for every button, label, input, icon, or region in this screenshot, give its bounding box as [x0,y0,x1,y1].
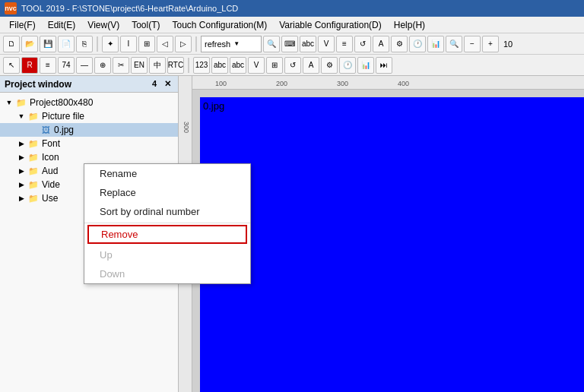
icon-folder-icon: 📁 [27,152,40,163]
tree-picture-folder[interactable]: ▼ 📁 Picture file [0,109,178,123]
tree-vide-label: Vide [42,179,60,190]
toolbar2-btn-gear[interactable]: ⚙ [321,57,338,74]
ruler-top: 100 200 300 400 [192,76,584,90]
ctx-up: Up [84,245,250,264]
tree-picture-label: Picture file [42,111,84,122]
ctx-sort[interactable]: Sort by ordinal number [84,202,250,221]
tree-file-0jpg[interactable]: 🖼 0.jpg [0,123,178,137]
toolbar-btn-16[interactable]: A [373,36,389,52]
toolbar-btn-7[interactable]: I [120,36,137,52]
toolbar-btn-zoom-in[interactable]: 🔍 [446,36,462,52]
ruler-mark-300: 300 [337,80,348,87]
aud-expand[interactable]: ▶ [15,165,27,177]
use-expand[interactable]: ▶ [15,192,27,204]
picture-expand[interactable]: ▼ [15,110,27,122]
zoom-level: 10 [500,40,516,49]
ctx-rename[interactable]: Rename [84,164,250,183]
toolbar2-btn-123[interactable]: 123 [193,57,210,74]
toolbar2-btn-2[interactable]: R [21,57,38,74]
toolbar2-btn-loop[interactable]: ↺ [284,57,301,74]
toolbar-btn-15[interactable]: ↺ [354,36,371,52]
separator-1 [97,36,98,52]
canvas-content[interactable]: 0.jpg [192,90,584,392]
toolbar2-btn-table[interactable]: ⊞ [266,57,283,74]
toolbar2-btn-chart[interactable]: 📊 [357,57,374,74]
toolbar-btn-13[interactable]: V [318,36,335,52]
toolbar-btn-14[interactable]: ≡ [336,36,353,52]
close-icon[interactable]: ✕ [162,78,173,90]
file-icon-0jpg: 🖼 [40,125,52,135]
toolbar-btn-5[interactable]: ⎘ [76,36,93,52]
use-folder-icon: 📁 [27,193,40,204]
pin-icon[interactable]: 4 [150,78,159,90]
canvas-filename: 0.jpg [203,100,224,112]
icon-expand[interactable]: ▶ [15,151,27,163]
toolbar2-btn-a2[interactable]: A [303,57,319,74]
toolbar-btn-18[interactable]: 🕐 [409,36,426,52]
title-bar: nvc TOOL 2019 - F:\STONE\project\6-Heart… [0,0,584,17]
refresh-dropdown[interactable]: refresh ▼ [201,36,262,52]
menu-variable[interactable]: Variable Configuration(D) [273,18,388,32]
toolbar-btn-search[interactable]: 🔍 [263,36,280,52]
project-panel-header: Project window 4 ✕ [0,76,178,93]
toolbar2-btn-abc2[interactable]: abc [230,57,246,74]
toolbar2-btn-6[interactable]: ⊕ [94,57,111,74]
menu-tool[interactable]: Tool(T) [125,18,166,32]
menu-edit[interactable]: Edit(E) [42,18,82,32]
separator-2 [195,36,197,52]
tree-aud-label: Aud [42,166,58,176]
tree-icon-folder[interactable]: ▶ 📁 Icon [0,150,178,164]
toolbar2-btn-v[interactable]: V [248,57,265,74]
toolbar2-btn-clock[interactable]: 🕐 [339,57,356,74]
toolbar-2: ↖ R ≡ 74 — ⊕ ✂ EN 中 RTC 123 abc abc V ⊞ … [0,55,584,76]
menu-file[interactable]: File(F) [3,18,42,32]
tree-use-label: Use [42,193,58,204]
toolbar2-btn-abc[interactable]: abc [211,57,228,74]
ctx-remove[interactable]: Remove [87,225,247,244]
tree-font-label: Font [42,138,60,149]
title-text: TOOL 2019 - F:\STONE\project\6-HeartRate… [21,4,238,13]
ruler-mark-400: 400 [398,80,409,87]
toolbar-btn-save[interactable]: 💾 [40,36,56,52]
toolbar2-btn-4[interactable]: 74 [58,57,75,74]
toolbar-btn-save2[interactable]: 📄 [58,36,75,52]
menu-bar: File(F) Edit(E) View(V) Tool(T) Touch Co… [0,17,584,33]
toolbar-btn-open[interactable]: 📂 [21,36,38,52]
toolbar2-btn-1[interactable]: ↖ [3,57,20,74]
tree-root-label: Project800x480 [30,97,93,108]
toolbar-btn-11[interactable]: ⌨ [281,36,298,52]
toolbar-btn-6[interactable]: ✦ [102,36,119,52]
context-menu: Rename Replace Sort by ordinal number Re… [84,163,251,284]
menu-view[interactable]: View(V) [81,18,125,32]
toolbar2-btn-7[interactable]: ✂ [113,57,129,74]
ruler-mark-200: 200 [276,80,287,87]
toolbar2-btn-en[interactable]: EN [131,57,148,74]
toolbar2-btn-rtc[interactable]: RTC [167,57,184,74]
ruler-mark-v-300: 300 [182,122,190,133]
toolbar-btn-19[interactable]: 📊 [427,36,444,52]
toolbar-btn-17[interactable]: ⚙ [391,36,408,52]
menu-touch[interactable]: Touch Configuration(M) [167,18,274,32]
toolbar-btn-8[interactable]: ⊞ [138,36,155,52]
toolbar2-btn-end[interactable]: ⏭ [376,57,392,74]
toolbar-btn-12[interactable]: abc [300,36,316,52]
ctx-separator [84,223,250,223]
toolbar-btn-new[interactable]: 🗋 [3,36,20,52]
toolbar-1: 🗋 📂 💾 📄 ⎘ ✦ I ⊞ ◁ ▷ refresh ▼ 🔍 ⌨ abc V … [0,33,584,55]
toolbar-btn-10[interactable]: ▷ [175,36,192,52]
toolbar2-btn-zh[interactable]: 中 [149,57,166,74]
menu-help[interactable]: Help(H) [388,18,431,32]
toolbar-btn-zoom-out[interactable]: − [464,36,481,52]
toolbar2-btn-3[interactable]: ≡ [40,57,56,74]
toolbar2-btn-5[interactable]: — [76,57,93,74]
toolbar-btn-9[interactable]: ◁ [157,36,173,52]
ctx-replace[interactable]: Replace [84,183,250,202]
toolbar-btn-plus[interactable]: + [482,36,499,52]
root-expand[interactable]: ▼ [3,96,15,109]
font-expand[interactable]: ▶ [15,138,27,150]
tree-font-folder[interactable]: ▶ 📁 Font [0,137,178,150]
blue-canvas [200,97,584,392]
project-panel-title: Project window [5,79,71,90]
tree-root[interactable]: ▼ 📁 Project800x480 [0,96,178,109]
vide-expand[interactable]: ▶ [15,179,27,191]
